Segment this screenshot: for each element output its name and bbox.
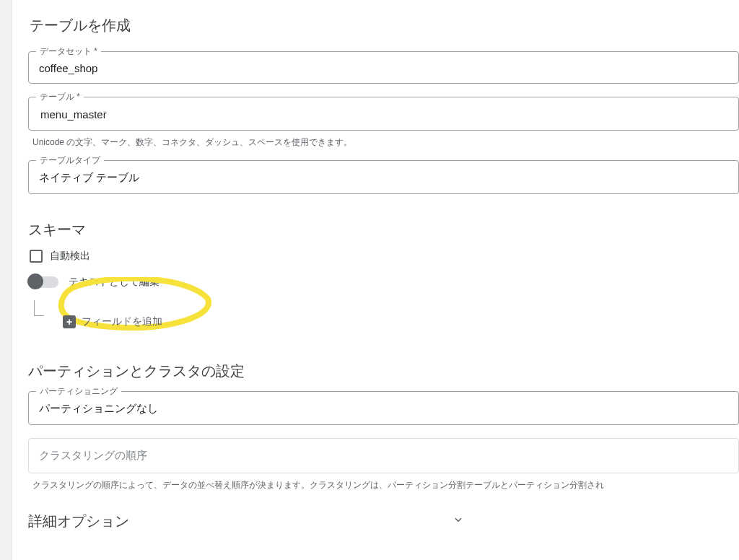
table-name-field[interactable]: テーブル * [28,97,739,131]
toggle-thumb-icon [27,274,43,289]
left-gutter [0,0,12,560]
tree-connector-icon [34,300,44,316]
table-name-label: テーブル * [36,91,84,103]
dataset-value: coffee_shop [39,62,728,74]
table-name-helper: Unicode の文字、マーク、数字、コネクタ、ダッシュ、スペースを使用できます… [32,136,739,149]
clustering-order-field[interactable]: クラスタリングの順序 [28,438,739,473]
partitioning-field[interactable]: パーティショニング パーティショニングなし [28,391,739,425]
advanced-options-toggle[interactable]: 詳細オプション [28,512,739,531]
clustering-placeholder: クラスタリングの順序 [39,449,147,461]
plus-icon: + [63,315,76,328]
partition-heading: パーティションとクラスタの設定 [28,362,739,381]
add-field-area: + フィールドを追加 [28,299,162,328]
table-type-value: ネイティブ テーブル [39,171,728,185]
auto-detect-label: 自動検出 [50,250,90,263]
schema-heading: スキーマ [28,220,739,240]
toggle-track-icon [30,276,58,288]
table-type-label: テーブルタイプ [36,154,104,167]
edit-as-text-toggle[interactable]: テキストとして編集 [30,276,739,289]
edit-as-text-label: テキストとして編集 [69,276,159,289]
dataset-label: データセット * [36,45,101,58]
partitioning-value: パーティショニングなし [39,402,728,416]
add-field-label: フィールドを追加 [82,315,162,328]
clustering-helper: クラスタリングの順序によって、データの並べ替え順序が決まります。クラスタリングは… [32,479,739,491]
table-name-input[interactable] [39,108,728,121]
checkbox-icon [30,250,43,263]
advanced-options-label: 詳細オプション [28,512,129,531]
add-field-button[interactable]: + フィールドを追加 [63,315,162,328]
chevron-down-icon [452,513,465,530]
auto-detect-checkbox[interactable]: 自動検出 [30,250,739,263]
dataset-field[interactable]: データセット * coffee_shop [28,51,739,84]
create-table-panel: テーブルを作成 データセット * coffee_shop テーブル * Unic… [12,0,739,560]
page-title: テーブルを作成 [30,16,739,35]
partitioning-label: パーティショニング [36,385,121,398]
table-type-field[interactable]: テーブルタイプ ネイティブ テーブル [28,160,739,194]
